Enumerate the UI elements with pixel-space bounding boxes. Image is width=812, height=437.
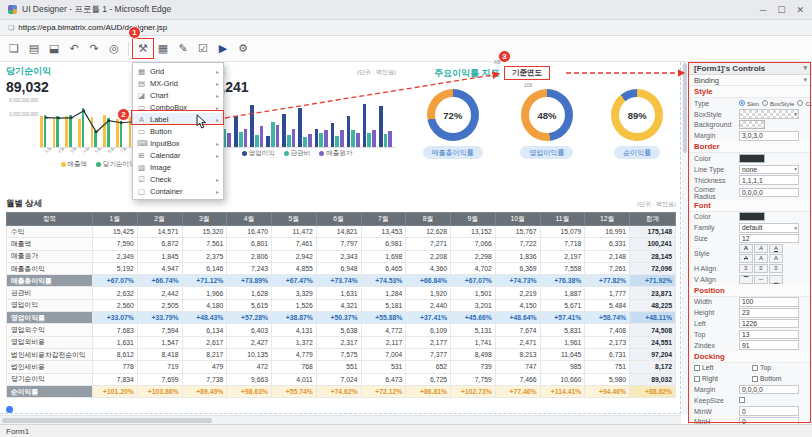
menu-item-label: Image bbox=[150, 163, 215, 172]
font-style-button[interactable]: A bbox=[739, 254, 753, 263]
minw-input[interactable] bbox=[739, 406, 799, 416]
menu-item-container[interactable]: ▢Container▸ bbox=[133, 185, 223, 197]
font-style-button[interactable]: A bbox=[739, 244, 753, 253]
minh-input[interactable] bbox=[739, 417, 799, 424]
cell-value: 751 bbox=[585, 361, 630, 373]
menu-item-chart[interactable]: ◪Chart▸ bbox=[133, 89, 223, 101]
thickness-input[interactable] bbox=[739, 175, 799, 185]
halign-button[interactable]: ≡ bbox=[754, 264, 768, 273]
redo-icon[interactable]: ↷ bbox=[84, 39, 104, 58]
background-swatch[interactable] bbox=[739, 120, 765, 129]
dock-bottom-checkbox[interactable]: Bottom bbox=[752, 375, 807, 382]
save-icon[interactable]: ⬓ bbox=[44, 39, 64, 58]
radio-skin[interactable] bbox=[739, 100, 745, 106]
font-family-row: Family default▾ bbox=[689, 222, 812, 233]
position-row-height: Height bbox=[689, 307, 812, 318]
font-style-button[interactable]: A bbox=[754, 244, 768, 253]
menu-item-inputbox[interactable]: ⌨InputBox▸ bbox=[133, 137, 223, 149]
cell-value: +67.07% bbox=[451, 275, 496, 287]
section-style-header[interactable]: Style bbox=[689, 86, 812, 98]
assistant-dot[interactable] bbox=[6, 406, 13, 413]
section-docking-header[interactable]: Docking bbox=[689, 351, 812, 363]
valign-button[interactable]: ▁ bbox=[769, 275, 783, 284]
zindex-input[interactable] bbox=[739, 340, 799, 350]
border-color-swatch[interactable] bbox=[739, 154, 765, 163]
menu-item-grid[interactable]: ▦Grid▸ bbox=[133, 65, 223, 77]
bar-영업이익 bbox=[282, 114, 286, 147]
menu-item-label[interactable]: ALabel▸ bbox=[133, 113, 223, 125]
font-family-dropdown[interactable]: default▾ bbox=[739, 223, 799, 233]
section-border-header[interactable]: Border bbox=[689, 141, 812, 153]
font-style-button[interactable]: A bbox=[754, 254, 768, 263]
row-label: 매출원가 bbox=[7, 250, 93, 262]
open-folder-icon[interactable]: ▤ bbox=[24, 39, 44, 58]
bar-매출원가 bbox=[227, 133, 231, 147]
height-input[interactable] bbox=[739, 308, 799, 318]
menu-item-image[interactable]: ▨Image bbox=[133, 161, 223, 173]
horizontal-scrollbar[interactable] bbox=[0, 415, 681, 424]
type-row: Type SkinBoxStyleCustom bbox=[689, 98, 812, 109]
cell-value: 5,181 bbox=[361, 299, 406, 311]
radio-label: BoxStyle bbox=[770, 100, 794, 107]
cell-value: 739 bbox=[451, 361, 496, 373]
controls-panel-header[interactable]: [Form1]'s Controls ▾ bbox=[689, 62, 812, 75]
font-style-button[interactable]: A bbox=[769, 254, 783, 263]
menu-item-check[interactable]: ☑Check▸ bbox=[133, 173, 223, 185]
docking-margin-input[interactable] bbox=[739, 385, 799, 395]
bar-당기순이익 bbox=[82, 108, 85, 147]
section-position-header[interactable]: Position bbox=[689, 285, 812, 297]
radio-boxstyle[interactable] bbox=[762, 100, 768, 106]
dock-top-checkbox[interactable]: Top bbox=[752, 364, 807, 371]
font-color-swatch[interactable] bbox=[739, 212, 765, 221]
binding-row[interactable]: Binding ▾ bbox=[689, 75, 812, 86]
keepsize-checkbox[interactable] bbox=[739, 397, 745, 403]
cell-value: 13,152 bbox=[451, 226, 496, 238]
top-input[interactable] bbox=[739, 330, 799, 340]
halign-button[interactable]: ≡ bbox=[769, 264, 783, 273]
line-type-dropdown[interactable]: none▾ bbox=[739, 165, 799, 175]
horizontal-scrollbar-thumb[interactable] bbox=[2, 418, 212, 423]
corner-radius-input[interactable] bbox=[739, 188, 799, 198]
menu-item-combobox[interactable]: ▭ComboBox▸ bbox=[133, 101, 223, 113]
bar-판관비 bbox=[367, 133, 371, 147]
dock-left-checkbox[interactable]: Left bbox=[694, 364, 749, 371]
insert-control-icon[interactable]: ⚒ bbox=[133, 39, 153, 58]
undo-icon[interactable]: ↶ bbox=[64, 39, 84, 58]
ratio-panel[interactable]: 주요이익률 지표 기준연도 72%매출총이익률48%영업이익률89%순이익률 bbox=[404, 65, 682, 193]
revenue-panel[interactable]: 매출액 (단위 : 백만원) 100,241 영업이익판관비매출원가 bbox=[198, 65, 396, 193]
section-font-header[interactable]: Font bbox=[689, 200, 812, 212]
cell-value: 7,575 bbox=[316, 348, 361, 360]
font-size-input[interactable] bbox=[739, 234, 799, 244]
validate-icon[interactable]: ☑ bbox=[193, 39, 213, 58]
edit-icon[interactable]: ✎ bbox=[173, 39, 193, 58]
design-canvas[interactable]: 당기순이익 89,032 8,000,000,0006,000,000,000 … bbox=[0, 62, 688, 424]
cell-value: +55.74% bbox=[272, 385, 317, 397]
new-document-icon[interactable]: ❏ bbox=[4, 39, 24, 58]
monthly-detail-table[interactable]: 항목1월2월3월4월5월6월7월8월9월10월11월12월합계 수익15,425… bbox=[6, 212, 676, 398]
preview-icon[interactable]: ◎ bbox=[104, 39, 124, 58]
boxstyle-dropdown[interactable]: ▾ bbox=[739, 109, 799, 119]
valign-button[interactable]: ▔ bbox=[739, 275, 753, 284]
bar-매출원가 bbox=[372, 130, 376, 147]
radio-custom[interactable] bbox=[797, 100, 803, 106]
minimize-button[interactable]: ─ bbox=[760, 5, 766, 15]
settings-icon[interactable]: ⚙ bbox=[233, 39, 253, 58]
menu-item-mx-grid[interactable]: ▤MX-Grid▸ bbox=[133, 77, 223, 89]
valign-button[interactable]: ─ bbox=[754, 275, 768, 284]
run-icon[interactable]: ▶ bbox=[213, 39, 233, 58]
menu-item-calendar[interactable]: ⊞Calendar▸ bbox=[133, 149, 223, 161]
menu-item-button[interactable]: ▭Button bbox=[133, 125, 223, 137]
margin-input[interactable] bbox=[739, 131, 799, 141]
close-button[interactable]: ✕ bbox=[796, 5, 804, 15]
maximize-button[interactable]: ☐ bbox=[777, 5, 785, 15]
font-style-button[interactable]: A bbox=[769, 244, 783, 253]
halign-button[interactable]: ≡ bbox=[739, 264, 753, 273]
url-bar[interactable]: ❏ https://epa.bimatrix.com/AUD/designer.… bbox=[0, 20, 812, 36]
vertical-scrollbar-thumb[interactable] bbox=[683, 63, 687, 153]
width-input[interactable] bbox=[739, 297, 799, 307]
cell-value: 15,425 bbox=[93, 226, 138, 238]
dock-right-checkbox[interactable]: Right bbox=[694, 375, 749, 382]
left-input[interactable] bbox=[739, 319, 799, 329]
grid-layout-icon[interactable]: ▦ bbox=[153, 39, 173, 58]
base-year-label[interactable]: 기준연도 bbox=[504, 66, 550, 80]
